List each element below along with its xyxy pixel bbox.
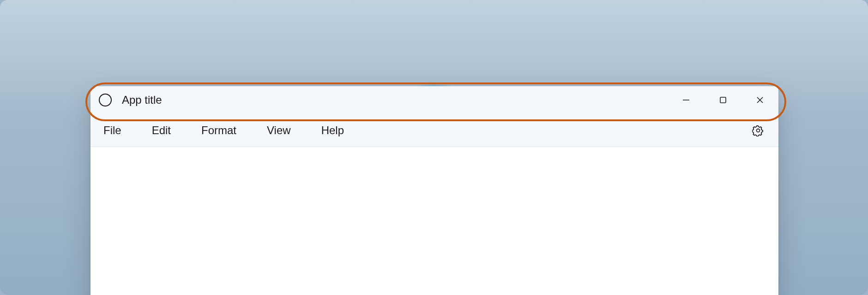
minimize-icon	[682, 96, 690, 104]
close-button[interactable]	[741, 86, 778, 114]
minimize-button[interactable]	[668, 86, 705, 114]
menu-help[interactable]: Help	[319, 120, 346, 141]
app-title: App title	[122, 94, 162, 106]
maximize-icon	[719, 96, 727, 104]
caption-controls	[668, 86, 778, 114]
gear-icon	[752, 124, 764, 136]
settings-button[interactable]	[749, 121, 767, 140]
maximize-button[interactable]	[705, 86, 741, 114]
menubar: File Edit Format View Help	[90, 114, 778, 147]
svg-point-4	[757, 129, 760, 132]
circle-icon	[99, 94, 112, 106]
svg-rect-1	[720, 97, 726, 103]
titlebar[interactable]: App title	[90, 86, 778, 114]
menu-file[interactable]: File	[102, 120, 123, 141]
content-area	[90, 147, 778, 295]
app-window: App title File Edit Format View Help	[90, 86, 778, 295]
menu-format[interactable]: Format	[199, 120, 238, 141]
menu-edit[interactable]: Edit	[150, 120, 173, 141]
menu-view[interactable]: View	[265, 120, 293, 141]
close-icon	[756, 96, 764, 104]
